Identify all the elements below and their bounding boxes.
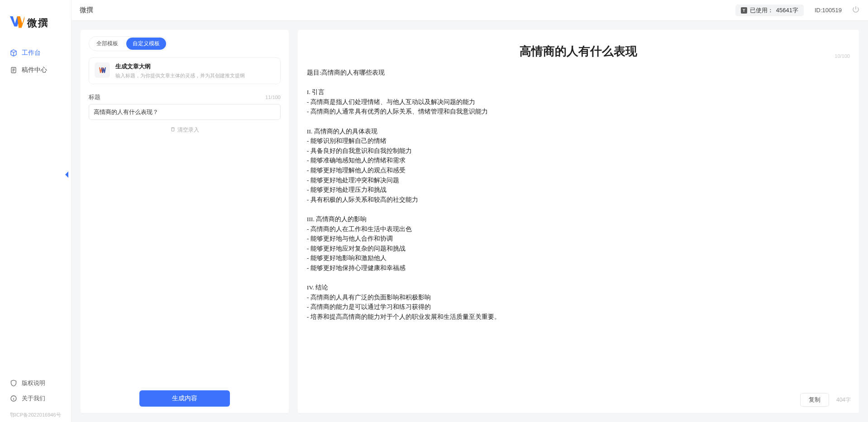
logo-text: 微撰: [27, 16, 49, 30]
nav-main: 工作台 稿件中心: [0, 41, 71, 375]
usage-badge[interactable]: T 已使用： 45641字: [735, 5, 804, 16]
panels: 全部模板 自定义模板 生成文章大纲 输入标题，为你提供文章主体的灵感，并为其创建…: [72, 21, 868, 422]
nav-footer: 版权说明 关于我们: [0, 375, 71, 410]
template-card[interactable]: 生成文章大纲 输入标题，为你提供文章主体的灵感，并为其创建推文提纲: [89, 57, 281, 84]
info-icon: [10, 395, 17, 402]
nav-workspace-label: 工作台: [22, 49, 41, 57]
tab-custom-templates[interactable]: 自定义模板: [126, 38, 166, 50]
nav-workspace[interactable]: 工作台: [0, 44, 71, 62]
nav-drafts-label: 稿件中心: [22, 66, 47, 74]
document-icon: [10, 66, 17, 74]
panel-template: 全部模板 自定义模板 生成文章大纲 输入标题，为你提供文章主体的灵感，并为其创建…: [81, 30, 289, 413]
title-field-label: 标题: [89, 93, 100, 101]
cube-icon: [10, 49, 17, 57]
user-id: ID:100519: [815, 7, 842, 14]
title-field-count: 11/100: [265, 95, 281, 100]
clear-input-label: 清空录入: [177, 126, 199, 134]
document-body[interactable]: 题目:高情商的人有哪些表现 I. 引言 - 高情商是指人们处理情绪、与他人互动以…: [306, 64, 851, 388]
title-input-wrap: [89, 104, 281, 120]
document-word-count: 404字: [836, 396, 851, 404]
trash-icon: [170, 127, 176, 133]
content: 微撰 T 已使用： 45641字 ID:100519 全部模板 自定义模板: [72, 0, 868, 422]
topbar-title: 微撰: [80, 6, 93, 14]
icp-text: 鄂ICP备2022016946号: [0, 410, 71, 422]
topbar: 微撰 T 已使用： 45641字 ID:100519: [72, 0, 868, 21]
clear-input-button[interactable]: 清空录入: [89, 126, 281, 134]
nav-drafts[interactable]: 稿件中心: [0, 62, 71, 79]
usage-value: 45641字: [776, 6, 798, 14]
power-icon[interactable]: [852, 5, 860, 15]
document-title-count: 10/100: [835, 53, 850, 59]
nav-about-label: 关于我们: [22, 394, 45, 403]
sidebar-collapse-handle[interactable]: [62, 168, 72, 181]
template-tabs: 全部模板 自定义模板: [89, 36, 167, 51]
panel-document: 10/100 题目:高情商的人有哪些表现 I. 引言 - 高情商是指人们处理情绪…: [298, 30, 859, 413]
tab-all-templates[interactable]: 全部模板: [90, 38, 124, 50]
nav-copyright-label: 版权说明: [22, 379, 45, 387]
generate-button[interactable]: 生成内容: [139, 390, 230, 407]
logo: 微撰: [0, 0, 71, 41]
nav-about[interactable]: 关于我们: [0, 391, 71, 406]
template-desc: 输入标题，为你提供文章主体的灵感，并为其创建推文提纲: [115, 72, 275, 79]
title-input[interactable]: [94, 109, 276, 116]
nav-copyright[interactable]: 版权说明: [0, 375, 71, 391]
template-name: 生成文章大纲: [115, 62, 275, 71]
copy-button[interactable]: 复制: [800, 393, 829, 407]
sidebar: 微撰 工作台 稿件中心 版权说明 关于我们 鄂ICP备2022016946号: [0, 0, 72, 422]
logo-icon: [10, 16, 24, 30]
document-title-input[interactable]: [306, 42, 851, 61]
text-count-icon: T: [741, 7, 747, 14]
shield-icon: [10, 379, 17, 387]
template-icon: [95, 62, 110, 78]
usage-prefix: 已使用：: [750, 6, 773, 14]
